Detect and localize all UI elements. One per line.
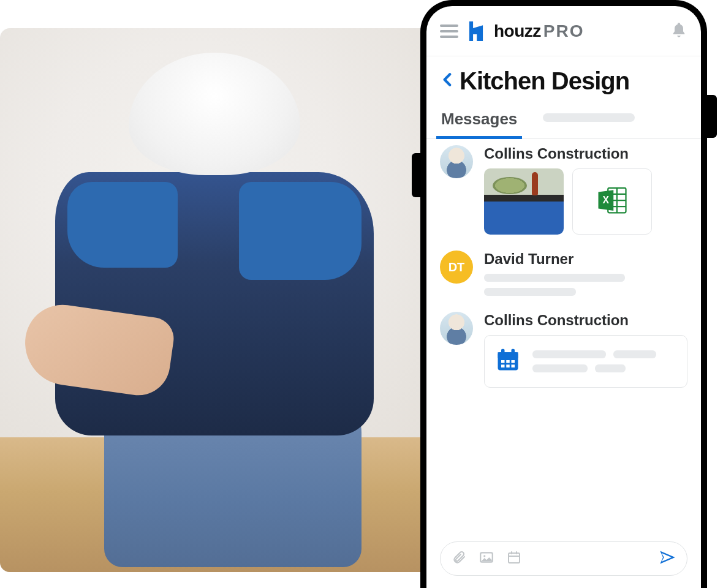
notifications-icon[interactable] <box>670 21 687 41</box>
thread-item[interactable]: Collins Construction <box>440 312 687 388</box>
schedule-attachment[interactable] <box>484 335 687 388</box>
svg-point-17 <box>483 555 485 557</box>
svg-rect-8 <box>501 349 505 355</box>
message-preview-placeholder <box>484 274 687 296</box>
image-icon[interactable] <box>479 549 494 568</box>
back-icon[interactable] <box>440 69 456 93</box>
excel-icon: X <box>596 184 629 219</box>
brand-name: houzz <box>494 21 541 40</box>
svg-rect-11 <box>506 360 510 363</box>
thread-sender-name: Collins Construction <box>484 312 687 329</box>
excel-attachment[interactable]: X <box>572 168 652 235</box>
svg-rect-12 <box>512 360 515 363</box>
svg-rect-20 <box>511 551 512 554</box>
schedule-preview-placeholder <box>532 350 656 372</box>
calendar-icon[interactable] <box>507 550 521 567</box>
avatar: DT <box>440 251 473 284</box>
menu-icon[interactable] <box>440 24 458 38</box>
thread-item[interactable]: DT David Turner <box>440 251 687 296</box>
houzz-logo-icon <box>467 21 485 41</box>
thread-sender-name: David Turner <box>484 251 687 268</box>
avatar-initials: DT <box>449 260 465 274</box>
brand-suffix: PRO <box>543 21 585 40</box>
svg-rect-18 <box>509 553 520 563</box>
tab-placeholder <box>543 113 635 122</box>
svg-rect-15 <box>512 364 515 368</box>
phone-frame: houzzPRO Kitchen Design Messages <box>420 0 707 588</box>
svg-rect-14 <box>506 364 510 368</box>
svg-rect-9 <box>512 349 515 355</box>
svg-text:X: X <box>603 195 610 205</box>
calendar-icon <box>494 347 521 376</box>
thread-item[interactable]: Collins Construction <box>440 145 687 235</box>
thread-sender-name: Collins Construction <box>484 145 687 162</box>
page-title: Kitchen Design <box>460 67 629 95</box>
brand-wordmark: houzzPRO <box>494 21 585 41</box>
app-topbar: houzzPRO <box>426 6 701 56</box>
send-icon[interactable] <box>659 549 676 568</box>
svg-rect-7 <box>498 352 518 358</box>
avatar <box>440 145 473 178</box>
message-thread-list: Collins Construction <box>426 139 701 388</box>
svg-rect-21 <box>516 551 517 554</box>
attach-icon[interactable] <box>452 550 466 567</box>
photo-attachment[interactable] <box>484 168 564 235</box>
svg-rect-10 <box>501 360 505 363</box>
tabs: Messages <box>426 104 701 139</box>
message-composer[interactable] <box>440 541 687 576</box>
avatar <box>440 312 473 345</box>
tab-messages[interactable]: Messages <box>440 104 518 138</box>
svg-rect-13 <box>501 364 505 368</box>
